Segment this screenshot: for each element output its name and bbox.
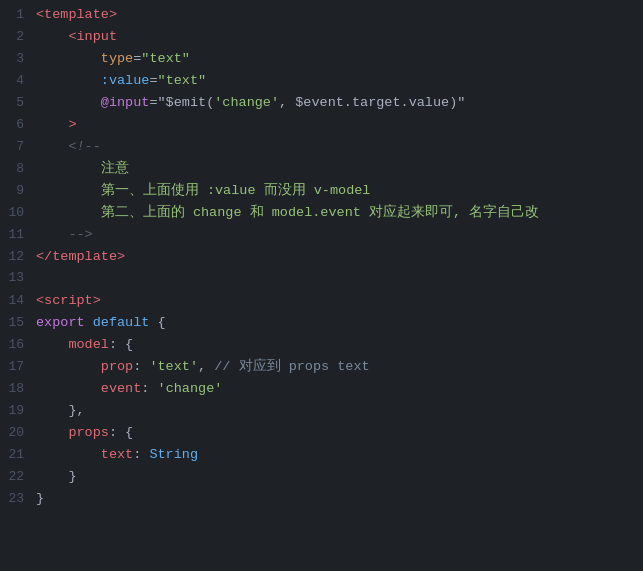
line-number: 13: [0, 268, 36, 289]
line-content: model: {: [36, 334, 643, 356]
line-number: 4: [0, 71, 36, 92]
line-number: 23: [0, 489, 36, 510]
code-line: 6 >: [0, 114, 643, 136]
code-line: 13: [0, 268, 643, 290]
line-number: 19: [0, 401, 36, 422]
line-number: 14: [0, 291, 36, 312]
line-number: 21: [0, 445, 36, 466]
line-content: </template>: [36, 246, 643, 268]
code-line: 10 第二、上面的 change 和 model.event 对应起来即可, 名…: [0, 202, 643, 224]
line-number: 12: [0, 247, 36, 268]
code-line: 9 第一、上面使用 :value 而没用 v-model: [0, 180, 643, 202]
line-number: 1: [0, 5, 36, 26]
code-line: 22 }: [0, 466, 643, 488]
code-line: 20 props: {: [0, 422, 643, 444]
line-number: 11: [0, 225, 36, 246]
line-number: 7: [0, 137, 36, 158]
line-content: props: {: [36, 422, 643, 444]
code-line: 16 model: {: [0, 334, 643, 356]
line-content: },: [36, 400, 643, 422]
code-line: 5 @input="$emit('change', $event.target.…: [0, 92, 643, 114]
line-content: >: [36, 114, 643, 136]
code-line: 11 -->: [0, 224, 643, 246]
line-content: 第一、上面使用 :value 而没用 v-model: [36, 180, 643, 202]
line-content: <!--: [36, 136, 643, 158]
code-line: 21 text: String: [0, 444, 643, 466]
line-number: 8: [0, 159, 36, 180]
code-line: 18 event: 'change': [0, 378, 643, 400]
line-content: 第二、上面的 change 和 model.event 对应起来即可, 名字自己…: [36, 202, 643, 224]
line-content: event: 'change': [36, 378, 643, 400]
code-line: 7 <!--: [0, 136, 643, 158]
code-line: 17 prop: 'text', // 对应到 props text: [0, 356, 643, 378]
code-line: 1<template>: [0, 4, 643, 26]
line-content: text: String: [36, 444, 643, 466]
code-line: 3 type="text": [0, 48, 643, 70]
line-number: 16: [0, 335, 36, 356]
code-line: 4 :value="text": [0, 70, 643, 92]
line-content: prop: 'text', // 对应到 props text: [36, 356, 643, 378]
line-content: @input="$emit('change', $event.target.va…: [36, 92, 643, 114]
line-number: 5: [0, 93, 36, 114]
line-number: 2: [0, 27, 36, 48]
code-line: 23}: [0, 488, 643, 510]
code-line: 19 },: [0, 400, 643, 422]
line-content: 注意: [36, 158, 643, 180]
code-editor: 1<template>2 <input3 type="text"4 :value…: [0, 0, 643, 571]
line-number: 17: [0, 357, 36, 378]
line-number: 22: [0, 467, 36, 488]
line-content: -->: [36, 224, 643, 246]
line-content: <template>: [36, 4, 643, 26]
line-number: 9: [0, 181, 36, 202]
code-line: 12</template>: [0, 246, 643, 268]
line-number: 10: [0, 203, 36, 224]
line-content: }: [36, 466, 643, 488]
line-content: :value="text": [36, 70, 643, 92]
line-content: <script>: [36, 290, 643, 312]
code-line: 2 <input: [0, 26, 643, 48]
line-content: export default {: [36, 312, 643, 334]
line-number: 6: [0, 115, 36, 136]
line-content: type="text": [36, 48, 643, 70]
line-content: }: [36, 488, 643, 510]
line-number: 15: [0, 313, 36, 334]
line-number: 18: [0, 379, 36, 400]
code-line: 8 注意: [0, 158, 643, 180]
line-content: <input: [36, 26, 643, 48]
line-number: 3: [0, 49, 36, 70]
code-line: 14<script>: [0, 290, 643, 312]
line-number: 20: [0, 423, 36, 444]
code-line: 15export default {: [0, 312, 643, 334]
